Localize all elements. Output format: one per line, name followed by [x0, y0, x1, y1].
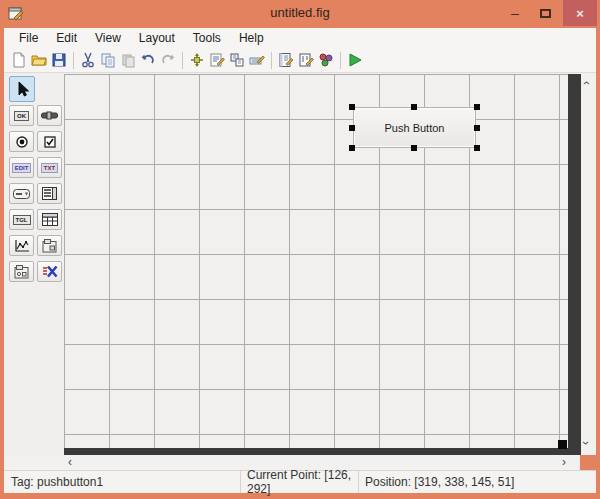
- figure-canvas[interactable]: Push Button: [64, 74, 568, 448]
- property-inspector-button[interactable]: [296, 50, 316, 70]
- layout-area: OK EDIT: [4, 73, 596, 455]
- popup-menu-icon: [13, 189, 30, 199]
- toolbar: [4, 48, 596, 73]
- static-text-icon: TXT: [41, 163, 58, 173]
- maximize-button[interactable]: [532, 0, 558, 26]
- copy-icon: [100, 52, 116, 68]
- redo-button: [158, 50, 178, 70]
- align-objects-button[interactable]: [187, 50, 207, 70]
- check-box-tool[interactable]: [37, 131, 62, 152]
- maximize-icon: [540, 9, 551, 18]
- axes-icon: [14, 239, 30, 253]
- toggle-button-icon: TGL: [13, 215, 31, 225]
- toolbar-separator: [73, 52, 74, 69]
- menu-tools[interactable]: Tools: [184, 29, 230, 47]
- cut-button[interactable]: [78, 50, 98, 70]
- panel-icon: [42, 239, 57, 253]
- menu-editor-button[interactable]: [207, 50, 227, 70]
- scroll-down-icon[interactable]: ›: [580, 441, 592, 445]
- push-button-tool[interactable]: OK: [9, 105, 34, 126]
- undo-icon: [140, 52, 156, 68]
- menu-file[interactable]: File: [10, 29, 47, 47]
- vertical-scrollbar[interactable]: › ›: [581, 73, 596, 455]
- new-figure-button[interactable]: [9, 50, 29, 70]
- mfile-editor-icon: [278, 52, 294, 68]
- pointer-icon: [14, 81, 30, 97]
- tab-order-editor-button[interactable]: [227, 50, 247, 70]
- run-button[interactable]: [345, 50, 365, 70]
- save-figure-button[interactable]: [49, 50, 69, 70]
- align-objects-icon: [189, 52, 205, 68]
- edit-text-icon: EDIT: [12, 163, 32, 173]
- toggle-button-tool[interactable]: TGL: [9, 209, 34, 230]
- undo-button[interactable]: [138, 50, 158, 70]
- selection-handle-ne[interactable]: [474, 104, 480, 110]
- radio-button-tool[interactable]: [9, 131, 34, 152]
- push-button-tool-icon: OK: [14, 111, 29, 121]
- radio-button-icon: [16, 136, 28, 148]
- paste-icon: [120, 52, 136, 68]
- popup-menu-tool[interactable]: [9, 183, 34, 204]
- scroll-up-icon[interactable]: ›: [580, 81, 592, 85]
- selection-handle-sw[interactable]: [349, 145, 355, 151]
- selection-handle-n[interactable]: [411, 104, 417, 110]
- activex-control-tool[interactable]: [37, 261, 62, 282]
- status-position: Position: [319, 338, 145, 51]: [358, 471, 596, 493]
- pushbutton-selection: Push Button: [350, 105, 479, 150]
- close-button[interactable]: ×: [563, 0, 597, 26]
- menubar: File Edit View Layout Tools Help: [4, 28, 596, 48]
- status-tag: Tag: pushbutton1: [4, 475, 240, 489]
- statusbar: Tag: pushbutton1 Current Point: [126, 29…: [4, 470, 596, 493]
- pushbutton1[interactable]: Push Button: [353, 107, 476, 148]
- copy-button[interactable]: [98, 50, 118, 70]
- listbox-tool[interactable]: [37, 183, 62, 204]
- toolbar-separator: [271, 52, 272, 69]
- object-browser-icon: [318, 52, 334, 68]
- toolbar-separator: [340, 52, 341, 69]
- object-browser-button[interactable]: [316, 50, 336, 70]
- component-palette: OK EDIT: [4, 73, 64, 455]
- axes-tool[interactable]: [9, 235, 34, 256]
- select-pointer-tool[interactable]: [9, 76, 35, 102]
- slider-icon: [41, 111, 58, 120]
- activex-icon: [42, 265, 58, 278]
- paste-button: [118, 50, 138, 70]
- redo-icon: [160, 52, 176, 68]
- run-icon: [347, 52, 363, 68]
- panel-tool[interactable]: [37, 235, 62, 256]
- selection-handle-nw[interactable]: [349, 104, 355, 110]
- titlebar[interactable]: untitled.fig – ×: [0, 0, 600, 28]
- slider-tool[interactable]: [37, 105, 62, 126]
- table-tool[interactable]: [37, 209, 62, 230]
- outside-figure-area: [568, 74, 581, 455]
- figure-resize-handle[interactable]: [558, 440, 567, 449]
- menu-help[interactable]: Help: [230, 29, 273, 47]
- tab-order-editor-icon: [229, 52, 245, 68]
- new-figure-icon: [11, 52, 27, 68]
- toolbar-editor-button[interactable]: [247, 50, 267, 70]
- status-current-point: Current Point: [126, 292]: [240, 471, 358, 493]
- open-figure-button[interactable]: [29, 50, 49, 70]
- static-text-tool[interactable]: TXT: [37, 157, 62, 178]
- outside-figure-area: [64, 448, 581, 455]
- menu-layout[interactable]: Layout: [130, 29, 184, 47]
- menu-view[interactable]: View: [86, 29, 130, 47]
- toolbar-editor-icon: [249, 52, 265, 68]
- open-figure-icon: [31, 52, 47, 68]
- selection-handle-se[interactable]: [474, 145, 480, 151]
- listbox-icon: [42, 187, 57, 200]
- selection-handle-e[interactable]: [474, 125, 480, 131]
- selection-handle-w[interactable]: [349, 125, 355, 131]
- selection-handle-s[interactable]: [411, 145, 417, 151]
- scroll-right-icon[interactable]: ›: [562, 456, 566, 468]
- cut-icon: [80, 52, 96, 68]
- minimize-button[interactable]: –: [502, 0, 528, 26]
- property-inspector-icon: [298, 52, 314, 68]
- button-group-tool[interactable]: [9, 261, 34, 282]
- save-figure-icon: [51, 52, 67, 68]
- scroll-left-icon[interactable]: ‹: [68, 456, 72, 468]
- mfile-editor-button[interactable]: [276, 50, 296, 70]
- menu-edit[interactable]: Edit: [47, 29, 86, 47]
- button-group-icon: [14, 265, 29, 279]
- edit-text-tool[interactable]: EDIT: [9, 157, 34, 178]
